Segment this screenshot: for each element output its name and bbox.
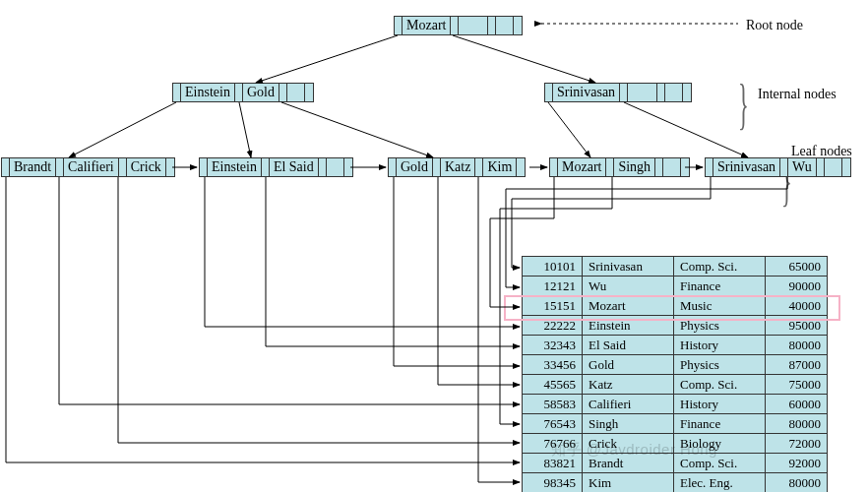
table-cell-dept: Comp. Sci.: [674, 375, 766, 395]
svg-line-7: [624, 102, 748, 157]
table-cell-salary: 95000: [766, 316, 828, 336]
leaf-node-0: Brandt Califieri Crick: [1, 157, 175, 177]
table-cell-id: 12121: [523, 277, 583, 296]
node-key: Mozart: [403, 17, 451, 34]
table-cell-salary: 65000: [766, 257, 828, 277]
table-cell-name: Gold: [583, 355, 674, 375]
node-key: Gold: [397, 158, 433, 176]
table-cell-id: 22222: [523, 316, 583, 336]
table-cell-dept: Elec. Eng.: [674, 473, 766, 493]
leaf-node-4: Srinivasan Wu: [705, 157, 851, 177]
table-cell-dept: History: [674, 336, 766, 355]
node-key: Srinivasan: [713, 158, 780, 176]
watermark: 知乎 @Javdroider Hong: [551, 441, 717, 460]
table-cell-id: 45565: [523, 375, 583, 395]
table-cell-name: Singh: [583, 414, 674, 434]
table-cell-dept: Comp. Sci.: [674, 257, 766, 277]
table-row: 58583CalifieriHistory60000: [523, 395, 828, 414]
table-cell-dept: Finance: [674, 277, 766, 296]
table-cell-name: Katz: [583, 375, 674, 395]
node-key: Einstein: [181, 84, 235, 101]
internal-node-1: Srinivasan: [544, 83, 692, 102]
svg-line-3: [69, 102, 176, 157]
table-cell-salary: 80000: [766, 414, 828, 434]
table-row: 22222EinsteinPhysics95000: [523, 316, 828, 336]
table-cell-id: 58583: [523, 395, 583, 414]
table-cell-dept: Physics: [674, 316, 766, 336]
table-row: 98345KimElec. Eng.80000: [523, 473, 828, 493]
table-row: 76543SinghFinance80000: [523, 414, 828, 434]
table-cell-name: Califieri: [583, 395, 674, 414]
node-key: Califieri: [64, 158, 119, 176]
table-cell-name: Einstein: [583, 316, 674, 336]
table-cell-id: 10101: [523, 257, 583, 277]
table-cell-salary: 40000: [766, 296, 828, 316]
table-row: 33456GoldPhysics87000: [523, 355, 828, 375]
table-cell-salary: 72000: [766, 434, 828, 454]
node-key: Gold: [243, 84, 279, 101]
internal-node-0: Einstein Gold: [172, 83, 314, 102]
table-row: 15151MozartMusic40000: [523, 296, 828, 316]
table-cell-salary: 60000: [766, 395, 828, 414]
table-cell-id: 76543: [523, 414, 583, 434]
table-cell-salary: 90000: [766, 277, 828, 296]
node-key: Brandt: [10, 158, 56, 176]
table-cell-dept: History: [674, 395, 766, 414]
table-row: 10101SrinivasanComp. Sci.65000: [523, 257, 828, 277]
table-cell-name: Kim: [583, 473, 674, 493]
internal-brace-icon: }: [738, 91, 749, 118]
table-row: 32343El SaidHistory80000: [523, 336, 828, 355]
table-cell-salary: 92000: [766, 454, 828, 473]
svg-line-5: [281, 102, 433, 157]
svg-line-2: [453, 35, 595, 83]
table-cell-salary: 80000: [766, 473, 828, 493]
table-cell-name: Wu: [583, 277, 674, 296]
table-cell-name: Mozart: [583, 296, 674, 316]
node-key: Kim: [483, 158, 517, 176]
leaf-node-2: Gold Katz Kim: [388, 157, 526, 177]
node-key: Katz: [441, 158, 475, 176]
table-row: 45565KatzComp. Sci.75000: [523, 375, 828, 395]
leaf-node-3: Mozart Singh: [549, 157, 690, 177]
table-cell-salary: 80000: [766, 336, 828, 355]
table-cell-id: 98345: [523, 473, 583, 493]
table-cell-name: El Said: [583, 336, 674, 355]
leaf-node-1: Einstein El Said: [199, 157, 353, 177]
internal-nodes-label: Internal nodes: [758, 87, 837, 102]
table-row: 12121WuFinance90000: [523, 277, 828, 296]
table-cell-id: 33456: [523, 355, 583, 375]
svg-line-6: [548, 102, 590, 157]
table-cell-dept: Finance: [674, 414, 766, 434]
node-key: Srinivasan: [553, 84, 620, 101]
node-key: Singh: [614, 158, 655, 176]
node-key: Mozart: [558, 158, 606, 176]
table-cell-salary: 75000: [766, 375, 828, 395]
root-node: Mozart: [394, 16, 523, 35]
table-cell-dept: Music: [674, 296, 766, 316]
node-key: Einstein: [208, 158, 262, 176]
node-key: El Said: [270, 158, 319, 176]
svg-line-1: [256, 35, 398, 83]
table-cell-dept: Physics: [674, 355, 766, 375]
table-cell-id: 15151: [523, 296, 583, 316]
node-key: Crick: [127, 158, 166, 176]
root-node-label: Root node: [746, 18, 803, 33]
table-cell-salary: 87000: [766, 355, 828, 375]
table-cell-id: 32343: [523, 336, 583, 355]
node-key: Wu: [788, 158, 817, 176]
table-cell-name: Srinivasan: [583, 257, 674, 277]
svg-line-4: [239, 102, 251, 157]
